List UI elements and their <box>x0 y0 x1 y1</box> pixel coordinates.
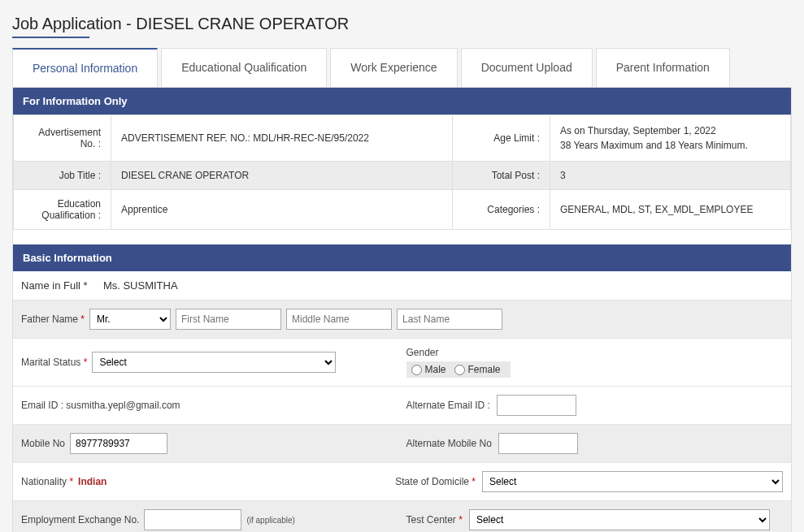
page-title: Job Application - DIESEL CRANE OPERATOR <box>12 8 349 37</box>
tab-work[interactable]: Work Experience <box>330 48 457 87</box>
alt-mobile-input[interactable] <box>498 433 578 454</box>
name-full-value: Ms. SUSMITHA <box>103 279 178 292</box>
content-panel: For Information Only Advertisement No. :… <box>12 87 792 532</box>
father-name-row: Father Name * Mr. <box>13 301 791 339</box>
tab-document[interactable]: Document Upload <box>461 48 593 87</box>
categories-label: Categories : <box>453 190 550 230</box>
job-title-label: Job Title : <box>14 162 111 190</box>
age-limit-value: As on Thursday, September 1, 2022 38 Yea… <box>550 115 791 162</box>
edu-value: Apprentice <box>111 190 453 230</box>
email-label: Email ID : susmitha.yepl@gmail.com <box>21 400 180 411</box>
total-post-value: 3 <box>550 162 791 190</box>
empex-label: Employment Exchange No. <box>21 514 139 526</box>
last-name-input[interactable] <box>397 309 502 330</box>
gender-options: Male Female <box>406 361 511 378</box>
adv-no-label: Advertisement No. : <box>14 115 111 162</box>
alt-mobile-label: Alternate Mobile No <box>406 438 492 449</box>
middle-name-input[interactable] <box>286 309 392 330</box>
name-full-row: Name in Full * Ms. SUSMITHA <box>13 271 791 301</box>
mobile-label: Mobile No <box>21 438 65 449</box>
name-full-label: Name in Full * <box>21 279 88 292</box>
job-title-value: DIESEL CRANE OPERATOR <box>111 162 453 190</box>
info-section-header: For Information Only <box>13 88 791 115</box>
gender-female-radio[interactable] <box>454 365 465 375</box>
adv-no-value: ADVERTISEMENT REF. NO.: MDL/HR-REC-NE/95… <box>111 115 453 162</box>
father-name-label: Father Name * <box>21 314 85 325</box>
marital-select[interactable]: Select <box>92 352 336 373</box>
testcenter-select[interactable]: Select <box>469 509 770 530</box>
marital-label: Marital Status * <box>21 357 87 368</box>
nationality-value: Indian <box>78 476 106 487</box>
mobile-input[interactable] <box>70 433 167 454</box>
marital-gender-row: Marital Status * Select Gender Male Fema… <box>13 339 791 387</box>
title-underline <box>12 37 89 38</box>
nationality-row: Nationality * Indian State of Domicile *… <box>13 463 791 501</box>
tabs-container: Personal Information Educational Qualifi… <box>12 48 792 87</box>
gender-male-radio[interactable] <box>411 365 422 375</box>
alt-email-input[interactable] <box>497 395 576 416</box>
domicile-label: State of Domicile * <box>395 476 476 487</box>
empex-row: Employment Exchange No. (if applicable) … <box>13 501 791 532</box>
tab-parent[interactable]: Parent Information <box>596 48 730 87</box>
age-limit-label: Age Limit : <box>453 115 550 162</box>
info-table: Advertisement No. : ADVERTISEMENT REF. N… <box>13 115 791 230</box>
email-row: Email ID : susmitha.yepl@gmail.com Alter… <box>13 387 791 425</box>
age-limit-line2: 38 Years Maximum and 18 Years Minimum. <box>560 140 748 151</box>
testcenter-label: Test Center * <box>406 514 463 526</box>
salutation-select[interactable]: Mr. <box>89 309 171 330</box>
nationality-label: Nationality * <box>21 476 73 487</box>
gender-label: Gender <box>406 347 511 358</box>
alt-email-label: Alternate Email ID : <box>406 400 490 411</box>
tab-personal[interactable]: Personal Information <box>12 48 158 87</box>
domicile-select[interactable]: Select <box>482 471 783 492</box>
age-limit-line1: As on Thursday, September 1, 2022 <box>560 125 716 136</box>
gender-male-label: Male <box>425 364 446 375</box>
categories-value: GENERAL, MDL, ST, EX_MDL_EMPLOYEE <box>550 190 791 230</box>
total-post-label: Total Post : <box>453 162 550 190</box>
tab-education[interactable]: Educational Qualification <box>161 48 327 87</box>
empex-note: (if applicable) <box>246 516 294 525</box>
empex-input[interactable] <box>144 509 241 530</box>
mobile-row: Mobile No Alternate Mobile No <box>13 425 791 463</box>
gender-female-label: Female <box>468 364 501 375</box>
edu-label: Education Qualification : <box>14 190 111 230</box>
basic-section-header: Basic Information <box>13 244 791 271</box>
first-name-input[interactable] <box>176 309 281 330</box>
